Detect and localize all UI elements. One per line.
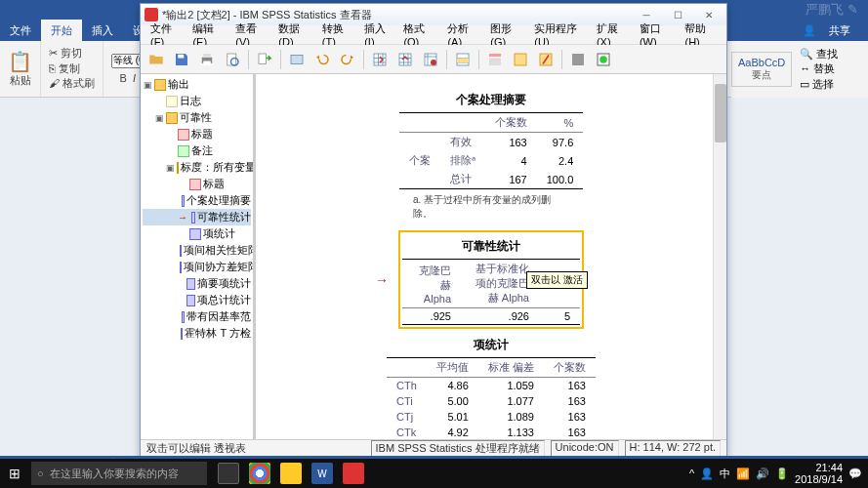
- tree-title[interactable]: 标题: [143, 126, 251, 142]
- word-share-button[interactable]: 👤 共享: [793, 23, 868, 38]
- menu-graphs[interactable]: 图形(G): [484, 21, 528, 48]
- tree-notes[interactable]: 备注: [143, 142, 251, 159]
- menu-analyze[interactable]: 分析(A): [441, 21, 484, 48]
- save-icon[interactable]: [170, 48, 193, 71]
- goto-case-icon[interactable]: [393, 48, 417, 71]
- status-unicode: Unicode:ON: [551, 440, 619, 457]
- tree-title2[interactable]: 标题: [143, 176, 251, 192]
- word-tab-file[interactable]: 文件: [0, 23, 41, 38]
- table-row: CTh4.861.059163: [387, 378, 596, 394]
- tree-case-summary[interactable]: 个案处理摘要: [143, 192, 251, 209]
- print-icon[interactable]: [195, 48, 219, 71]
- insert-title-icon[interactable]: [509, 48, 532, 71]
- tray-people-icon[interactable]: 👤: [700, 468, 714, 480]
- tree-item-stats[interactable]: 项统计: [143, 225, 251, 242]
- word-paste-group: 📋 粘贴: [0, 41, 41, 97]
- svg-rect-2: [203, 54, 211, 58]
- search-placeholder: 在这里输入你要搜索的内容: [50, 467, 179, 481]
- system-tray[interactable]: ^ 👤 中 📶 🔊 🔋 21:44 2018/9/14 💬: [683, 462, 868, 485]
- tree-cov-matrix[interactable]: 项间协方差矩阵: [143, 259, 251, 275]
- tree-log[interactable]: 日志: [143, 93, 251, 109]
- spss-outline-tree[interactable]: ▣输出 日志 ▣可靠性 标题 备注 ▣标度：所有变量 标题 个案处理摘要 →可靠…: [141, 74, 256, 439]
- undo-icon[interactable]: [310, 48, 334, 71]
- taskbar-word[interactable]: W: [307, 459, 338, 488]
- svg-point-20: [599, 56, 607, 63]
- tray-battery-icon[interactable]: 🔋: [775, 468, 789, 480]
- taskbar-chrome[interactable]: [244, 459, 275, 488]
- start-button[interactable]: ⊞: [0, 459, 29, 488]
- tray-clock[interactable]: 21:44 2018/9/14: [795, 462, 843, 485]
- spss-app-icon: [145, 8, 158, 21]
- select-button[interactable]: ▭ 选择: [800, 77, 838, 92]
- tree-summary-stats[interactable]: 摘要项统计: [143, 275, 251, 292]
- dialog-recall-icon[interactable]: [285, 48, 309, 71]
- goto-data-icon[interactable]: [368, 48, 392, 71]
- insert-text-icon[interactable]: [534, 48, 558, 71]
- variables-icon[interactable]: [419, 48, 442, 71]
- scroll-thumb[interactable]: [715, 84, 726, 142]
- tree-root[interactable]: ▣输出: [143, 76, 251, 93]
- maximize-button[interactable]: ☐: [664, 7, 691, 22]
- tree-scale[interactable]: ▣标度：所有变量: [143, 159, 251, 176]
- show-hide-icon[interactable]: [566, 48, 590, 71]
- menu-extensions[interactable]: 扩展(X): [591, 21, 634, 48]
- reliability-selected-box[interactable]: 可靠性统计 克隆巴赫 Alpha基于标准化项的克隆巴赫 Alpha项数 .925…: [398, 230, 584, 329]
- word-tab-home[interactable]: 开始: [41, 20, 82, 42]
- menu-file[interactable]: 文件(F): [145, 21, 186, 48]
- task-view-icon[interactable]: [213, 459, 244, 488]
- svg-rect-0: [178, 54, 184, 58]
- svg-rect-9: [399, 54, 411, 65]
- style-gallery-item[interactable]: AaBbCcD 要点: [731, 52, 792, 87]
- cut-button[interactable]: ✂ 剪切: [49, 46, 82, 61]
- menu-view[interactable]: 查看(V): [229, 21, 272, 48]
- tree-scale-stats[interactable]: 带有因基率范: [143, 308, 251, 325]
- tree-reliability[interactable]: ▣可靠性: [143, 109, 251, 126]
- tree-reliability-stats[interactable]: →可靠性统计: [143, 209, 251, 225]
- format-painter-button[interactable]: 🖌 格式刷: [49, 76, 95, 91]
- table-row: CTk4.921.133163: [387, 425, 596, 439]
- taskbar-explorer[interactable]: [275, 459, 307, 488]
- spss-output-pane[interactable]: 个案处理摘要 个案数% 个案有效16397.6 排除ᵃ42.4 总计167100…: [256, 74, 726, 439]
- tree-corr-matrix[interactable]: 项间相关性矩阵: [143, 242, 251, 259]
- minimize-button[interactable]: ─: [633, 7, 660, 22]
- tray-ime-icon[interactable]: 中: [720, 467, 730, 481]
- tray-wifi-icon[interactable]: 📶: [736, 468, 750, 480]
- close-button[interactable]: ✕: [695, 7, 723, 22]
- taskbar-spss[interactable]: [338, 459, 369, 488]
- tray-notifications-icon[interactable]: 💬: [848, 468, 862, 480]
- tray-volume-icon[interactable]: 🔊: [756, 468, 769, 480]
- insert-heading-icon[interactable]: [483, 48, 507, 71]
- menu-window[interactable]: 窗口(W): [634, 21, 680, 48]
- tray-up-icon[interactable]: ^: [689, 468, 694, 479]
- item-stats-table[interactable]: 项统计 平均值标准 偏差个案数 CTh4.861.059163CTi5.001.…: [387, 333, 596, 439]
- preview-icon[interactable]: [221, 48, 244, 71]
- taskbar-search[interactable]: ○ 在这里输入你要搜索的内容: [31, 462, 207, 485]
- menu-edit[interactable]: 编辑(E): [186, 21, 229, 48]
- find-button[interactable]: 🔍 查找: [800, 47, 838, 61]
- select-cases-icon[interactable]: [451, 48, 475, 71]
- spss-viewer-window: *输出2 [文档2] - IBM SPSS Statistics 查看器 ─ ☐…: [140, 3, 727, 458]
- menu-data[interactable]: 数据(D): [272, 21, 315, 48]
- case-summary-table[interactable]: 个案处理摘要 个案数% 个案有效16397.6 排除ᵃ42.4 总计167100…: [399, 88, 584, 189]
- menu-transform[interactable]: 转换(T): [316, 21, 358, 48]
- menu-insert[interactable]: 插入(I): [358, 21, 397, 48]
- designate-window-icon[interactable]: [592, 48, 615, 71]
- open-icon[interactable]: [145, 48, 168, 71]
- redo-icon[interactable]: [336, 48, 359, 71]
- case-footnote: a. 基于过程中所有变量的成列删除。: [413, 193, 569, 221]
- word-tab-insert[interactable]: 插入: [82, 23, 123, 38]
- vertical-scrollbar[interactable]: [713, 74, 726, 439]
- menu-utilities[interactable]: 实用程序(U): [528, 21, 591, 48]
- export-icon[interactable]: [253, 48, 276, 71]
- tree-hotelling[interactable]: 霍特林 T 方检: [143, 325, 251, 342]
- table-row: CTj5.011.089163: [387, 409, 596, 425]
- svg-rect-14: [489, 54, 501, 57]
- menu-help[interactable]: 帮助(H): [679, 21, 722, 48]
- tree-total-stats[interactable]: 项总计统计: [143, 292, 251, 308]
- menu-format[interactable]: 格式(O): [397, 21, 441, 48]
- replace-button[interactable]: ↔ 替换: [800, 61, 838, 76]
- spss-toolbar: [141, 45, 726, 74]
- paste-icon[interactable]: 📋: [8, 50, 32, 73]
- copy-button[interactable]: ⎘ 复制: [49, 61, 80, 76]
- reliability-title: 可靠性统计: [402, 234, 580, 259]
